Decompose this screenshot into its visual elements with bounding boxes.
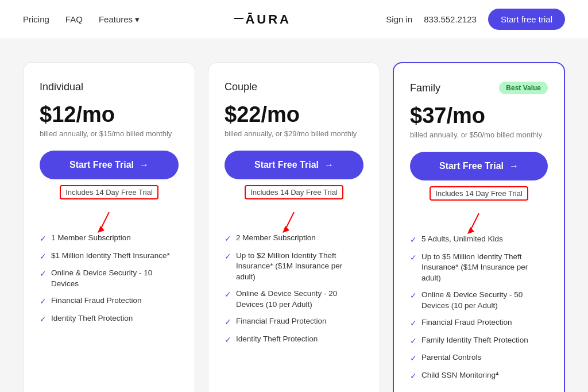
list-item: ✓Financial Fraud Protection: [225, 316, 363, 328]
individual-includes-trial: Includes 14 Day Free Trial: [60, 185, 158, 199]
best-value-badge: Best Value: [499, 82, 548, 94]
family-price: $37/mo: [410, 103, 548, 128]
individual-plan-title: Individual: [40, 81, 179, 93]
list-item: ✓Up to $2 Million Identity Theft Insuran…: [225, 251, 363, 283]
list-item: ✓Identity Theft Protection: [40, 313, 179, 325]
couple-plan-card: Couple $22/mo billed annually, or $29/mo…: [208, 62, 380, 392]
couple-red-arrow: [283, 212, 305, 233]
header-right: Sign in 833.552.2123 Start free trial: [386, 9, 565, 30]
list-item: ✓Up to $5 Million Identity Theft Insuran…: [410, 252, 548, 285]
individual-billing: billed annually, or $15/mo billed monthl…: [40, 129, 179, 138]
site-header: Pricing FAQ Features ▾ ĀURA Sign in 833.…: [0, 0, 588, 39]
chevron-down-icon: ▾: [135, 14, 140, 25]
check-icon: ✓: [225, 251, 231, 263]
list-item: ✓Family Identity Theft Protection: [410, 335, 548, 347]
list-item: ✓Identity Theft Protection: [225, 334, 363, 346]
individual-red-arrow: [98, 212, 121, 233]
svg-marker-3: [283, 226, 289, 233]
list-item: ✓Financial Fraud Protection: [40, 295, 179, 308]
check-icon: ✓: [225, 317, 231, 328]
svg-marker-1: [98, 226, 105, 233]
check-icon: ✓: [40, 314, 47, 325]
list-item: ✓$1 Million Identity Theft Insurance*: [40, 251, 179, 263]
header-start-trial-button[interactable]: Start free trial: [488, 9, 565, 30]
arrow-icon: →: [140, 160, 149, 170]
check-icon: ✓: [225, 289, 231, 301]
site-logo: ĀURA: [234, 12, 291, 27]
check-icon: ✓: [40, 233, 47, 245]
nav-features[interactable]: Features ▾: [99, 14, 140, 25]
individual-annotation: Includes 14 Day Free Trial: [40, 185, 179, 233]
family-trial-button[interactable]: Start Free Trial →: [410, 152, 548, 180]
list-item: ✓Online & Device Security - 10 Devices: [40, 268, 179, 290]
family-red-arrow: [467, 213, 490, 234]
couple-annotation: Includes 14 Day Free Trial: [225, 185, 363, 233]
list-item: ✓5 Adults, Unlimited Kids: [410, 234, 548, 246]
check-icon: ✓: [410, 252, 417, 264]
nav-faq[interactable]: FAQ: [65, 14, 83, 24]
individual-trial-button[interactable]: Start Free Trial →: [40, 151, 179, 179]
check-icon: ✓: [410, 371, 417, 382]
sign-in-link[interactable]: Sign in: [386, 14, 412, 24]
family-billing: billed annually, or $50/mo billed monthl…: [410, 130, 548, 139]
check-icon: ✓: [410, 290, 417, 302]
logo-bar: [234, 18, 243, 19]
phone-number: 833.552.2123: [424, 14, 477, 24]
check-icon: ✓: [225, 335, 231, 346]
couple-plan-title: Couple: [225, 81, 363, 93]
family-annotation: Includes 14 Day Free Trial: [410, 186, 548, 234]
list-item: ✓Financial Fraud Protection: [410, 317, 548, 329]
family-plan-title: Family: [410, 82, 440, 94]
svg-line-2: [285, 212, 294, 229]
couple-billing: billed annually, or $29/mo billed monthl…: [225, 129, 363, 138]
individual-plan-card: Individual $12/mo billed annually, or $1…: [23, 62, 195, 392]
couple-features-list: ✓2 Member Subscription ✓Up to $2 Million…: [225, 233, 363, 388]
check-icon: ✓: [225, 233, 231, 245]
arrow-icon: →: [509, 161, 519, 171]
check-icon: ✓: [40, 296, 47, 308]
svg-line-4: [470, 213, 479, 230]
family-includes-trial: Includes 14 Day Free Trial: [430, 186, 528, 201]
family-card-header: Family Best Value: [410, 82, 548, 94]
svg-marker-5: [467, 227, 474, 234]
check-icon: ✓: [410, 353, 417, 364]
check-icon: ✓: [410, 318, 417, 329]
list-item: ✓1 Member Subscription: [40, 233, 179, 245]
list-item: ✓2 Member Subscription: [225, 233, 363, 245]
individual-price: $12/mo: [40, 102, 179, 127]
check-icon: ✓: [410, 235, 417, 246]
list-item: ✓Parental Controls: [410, 352, 548, 364]
family-features-list: ✓5 Adults, Unlimited Kids ✓Up to $5 Mill…: [410, 234, 548, 387]
individual-features-list: ✓1 Member Subscription ✓$1 Million Ident…: [40, 233, 179, 388]
nav-pricing[interactable]: Pricing: [23, 14, 49, 24]
list-item: ✓Online & Device Security - 50 Devices (…: [410, 290, 548, 312]
check-icon: ✓: [40, 251, 47, 263]
couple-includes-trial: Includes 14 Day Free Trial: [245, 185, 343, 199]
svg-line-0: [100, 212, 109, 229]
list-item: ✓Online & Device Security - 20 Devices (…: [225, 289, 363, 310]
couple-trial-button[interactable]: Start Free Trial →: [225, 151, 363, 179]
pricing-section: Individual $12/mo billed annually, or $1…: [0, 39, 588, 392]
couple-price: $22/mo: [225, 102, 363, 127]
family-plan-card: Family Best Value $37/mo billed annually…: [393, 62, 565, 392]
nav-left: Pricing FAQ Features ▾: [23, 14, 140, 25]
list-item: ✓Child SSN Monitoring⁴: [410, 370, 548, 382]
arrow-icon: →: [324, 160, 334, 170]
check-icon: ✓: [410, 336, 417, 347]
check-icon: ✓: [40, 268, 47, 280]
